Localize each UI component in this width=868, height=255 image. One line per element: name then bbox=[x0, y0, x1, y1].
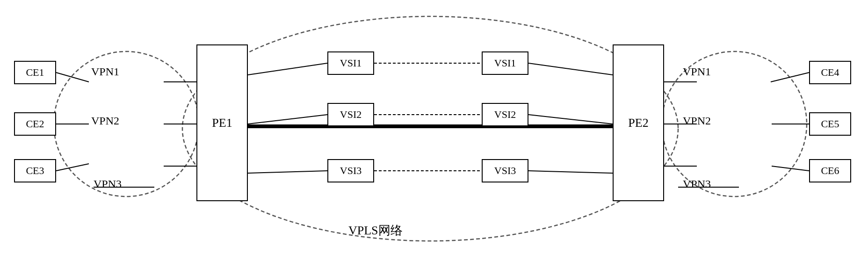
vsi1-left-label: VSI1 bbox=[340, 57, 362, 69]
ce1-label: CE1 bbox=[26, 66, 44, 79]
svg-line-3 bbox=[56, 73, 89, 82]
ce6-box: CE6 bbox=[809, 159, 851, 182]
ce3-box: CE3 bbox=[14, 159, 56, 182]
vsi1-right-label: VSI1 bbox=[494, 57, 516, 69]
pe1-box: PE1 bbox=[196, 44, 248, 201]
svg-line-20 bbox=[528, 171, 613, 173]
ce5-label: CE5 bbox=[821, 118, 839, 130]
vpn2-right-label: VPN2 bbox=[683, 115, 711, 127]
pe2-label: PE2 bbox=[628, 116, 648, 130]
svg-line-9 bbox=[771, 73, 809, 82]
ce4-label: CE4 bbox=[821, 66, 839, 79]
ce2-box: CE2 bbox=[14, 112, 56, 136]
ce1-box: CE1 bbox=[14, 61, 56, 84]
vsi2-right-label: VSI2 bbox=[494, 109, 516, 121]
vsi3-left-box: VSI3 bbox=[327, 159, 374, 182]
pe1-label: PE1 bbox=[212, 116, 232, 130]
ce2-label: CE2 bbox=[26, 118, 44, 130]
ce6-label: CE6 bbox=[821, 165, 839, 177]
vpn1-right-label: VPN1 bbox=[683, 66, 711, 78]
svg-line-17 bbox=[248, 171, 327, 173]
vsi3-right-label: VSI3 bbox=[494, 165, 516, 177]
vsi3-left-label: VSI3 bbox=[340, 165, 362, 177]
svg-line-16 bbox=[248, 115, 327, 124]
vsi2-left-label: VSI2 bbox=[340, 109, 362, 121]
vsi1-right-box: VSI1 bbox=[482, 51, 528, 75]
svg-point-2 bbox=[182, 16, 678, 241]
diagram-container: CE1 CE2 CE3 CE4 CE5 CE6 PE1 PE2 VSI1 VSI… bbox=[0, 0, 868, 255]
vpls-network-label: VPLS网络 bbox=[348, 222, 403, 239]
ce4-box: CE4 bbox=[809, 61, 851, 84]
ce3-label: CE3 bbox=[26, 165, 44, 177]
vsi3-right-box: VSI3 bbox=[482, 159, 528, 182]
diagram-svg bbox=[0, 0, 868, 255]
vpn1-left-label: VPN1 bbox=[91, 66, 119, 78]
vsi1-left-box: VSI1 bbox=[327, 51, 374, 75]
svg-line-15 bbox=[248, 63, 327, 75]
svg-line-5 bbox=[56, 164, 89, 171]
pe2-box: PE2 bbox=[613, 44, 664, 201]
svg-line-19 bbox=[528, 115, 613, 124]
vpn3-left-label: VPN3 bbox=[94, 178, 122, 190]
vsi2-left-box: VSI2 bbox=[327, 103, 374, 126]
vsi2-right-box: VSI2 bbox=[482, 103, 528, 126]
svg-line-18 bbox=[528, 63, 613, 75]
vpn2-left-label: VPN2 bbox=[91, 115, 119, 127]
vpn3-right-label: VPN3 bbox=[683, 178, 711, 190]
ce5-box: CE5 bbox=[809, 112, 851, 136]
